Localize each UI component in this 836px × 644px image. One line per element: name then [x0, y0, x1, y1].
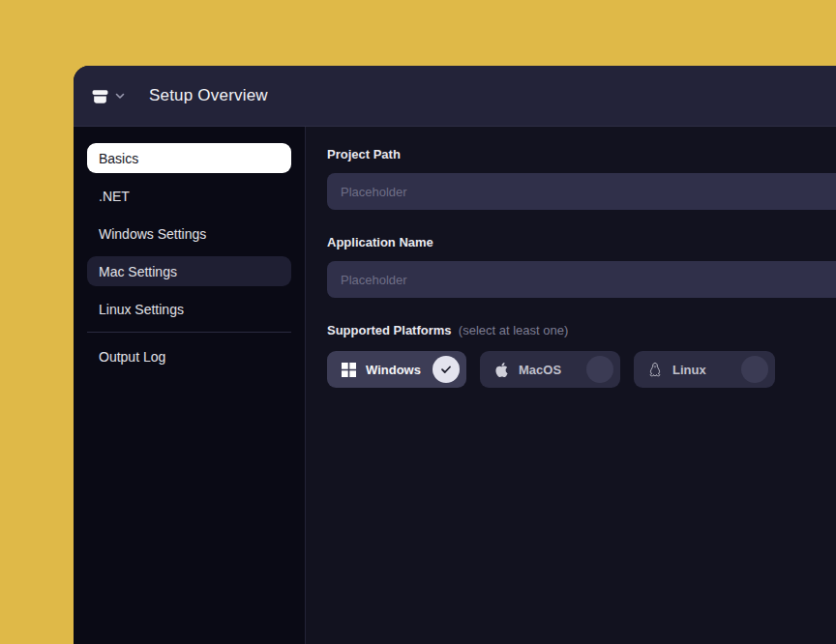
- sidebar-item-windows-settings[interactable]: Windows Settings: [87, 219, 291, 249]
- apple-icon: [493, 362, 509, 378]
- page-title: Setup Overview: [149, 86, 268, 105]
- application-name-input[interactable]: [327, 261, 836, 298]
- platform-label: Windows: [366, 363, 421, 377]
- application-name-label: Application Name: [327, 235, 836, 249]
- sidebar-item-mac-settings[interactable]: Mac Settings: [87, 256, 291, 286]
- archive-icon: [91, 87, 109, 105]
- sidebar-item-linux-settings[interactable]: Linux Settings: [87, 294, 291, 324]
- titlebar: Setup Overview: [74, 66, 836, 127]
- sidebar-item-label: Mac Settings: [99, 264, 177, 279]
- platform-toggle-windows[interactable]: Windows: [327, 351, 466, 388]
- sidebar-item-label: Basics: [99, 151, 138, 166]
- sidebar: Basics .NET Windows Settings Mac Setting…: [74, 127, 306, 644]
- platform-label: Linux: [672, 363, 706, 377]
- sidebar-divider: [87, 332, 291, 333]
- sidebar-item-label: .NET: [99, 189, 130, 204]
- setup-form: Project Path Application Name Supported …: [306, 127, 836, 644]
- sidebar-item-label: Linux Settings: [99, 302, 184, 317]
- project-path-input[interactable]: [327, 173, 836, 210]
- supported-platforms-label: Supported Platforms (select at least one…: [327, 323, 836, 337]
- platform-label: MacOS: [519, 363, 561, 377]
- sidebar-item-dotnet[interactable]: .NET: [87, 181, 291, 211]
- sidebar-item-output-log[interactable]: Output Log: [87, 341, 291, 371]
- sidebar-item-basics[interactable]: Basics: [87, 143, 291, 173]
- empty-toggle-circle: [586, 356, 613, 383]
- linux-icon: [647, 362, 663, 378]
- chevron-down-icon: [114, 90, 126, 102]
- empty-toggle-circle: [741, 356, 768, 383]
- platform-toggle-linux[interactable]: Linux: [634, 351, 775, 388]
- supported-platforms-hint: (select at least one): [455, 323, 568, 337]
- platforms-row: Windows MacOS: [327, 351, 836, 388]
- project-path-label: Project Path: [327, 147, 836, 161]
- setup-window: Setup Overview Basics .NET Windows Setti…: [74, 66, 836, 644]
- sidebar-item-label: Windows Settings: [99, 226, 206, 242]
- sidebar-item-label: Output Log: [99, 349, 165, 365]
- app-menu-button[interactable]: [91, 87, 126, 105]
- platform-toggle-macos[interactable]: MacOS: [480, 351, 620, 388]
- windows-icon: [341, 363, 356, 377]
- check-circle-icon: [433, 356, 460, 383]
